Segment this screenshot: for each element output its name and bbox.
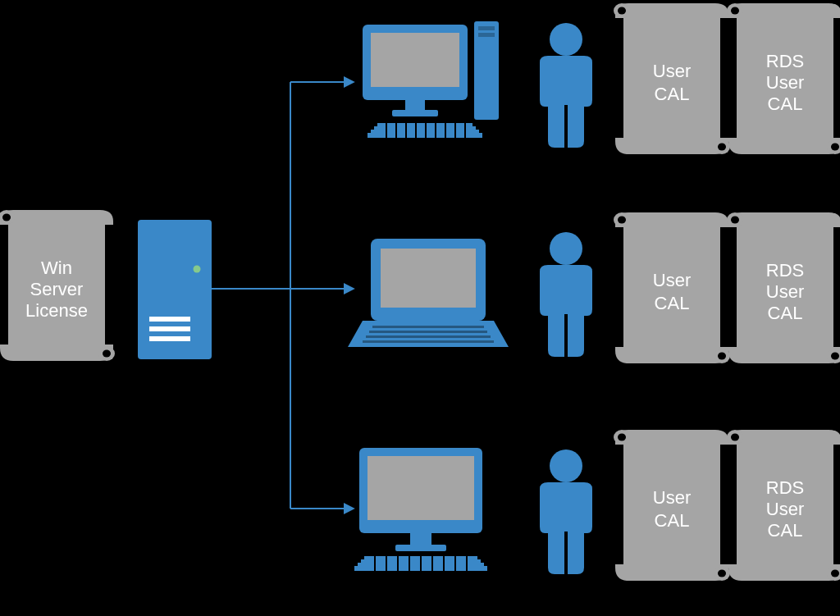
person-icon (540, 23, 592, 148)
rds-cal-line1: RDS (766, 51, 804, 71)
rds-cal-line1: RDS (766, 477, 804, 498)
rds-user-cal-scroll: RDSUserCAL (727, 3, 840, 154)
rds-user-cal-scroll: RDSUserCAL (727, 212, 840, 363)
server-license-scroll: Win Server License (0, 210, 115, 361)
user-cal-line1: User (653, 487, 691, 508)
desktop-icon (363, 21, 499, 138)
user-cal-scroll: UserCAL (614, 430, 730, 581)
user-cal-scroll: UserCAL (614, 3, 730, 154)
user-cal-line2: CAL (655, 510, 690, 531)
server-icon (138, 220, 212, 359)
rds-cal-line2: User (766, 72, 804, 93)
user-cal-line2: CAL (655, 293, 690, 313)
rds-cal-line2: User (766, 281, 804, 302)
rds-cal-line3: CAL (768, 94, 803, 114)
server-license-line1: Win (41, 258, 72, 278)
person-icon (540, 232, 592, 357)
user-cal-line1: User (653, 61, 691, 81)
server-license-line2: Server (30, 279, 84, 299)
server-license-line3: License (25, 300, 88, 321)
user-cal-line2: CAL (655, 84, 690, 104)
client-row-0: UserCALRDSUserCAL (363, 3, 840, 154)
monitor-icon (354, 448, 487, 571)
rds-cal-line2: User (766, 499, 804, 519)
person-icon (540, 449, 592, 574)
user-cal-scroll: UserCAL (614, 212, 730, 363)
rds-cal-line1: RDS (766, 260, 804, 281)
connectors (212, 82, 353, 509)
laptop-icon (348, 239, 509, 347)
client-row-2: UserCALRDSUserCAL (354, 430, 840, 581)
rds-user-cal-scroll: RDSUserCAL (727, 430, 840, 581)
licensing-diagram: Win Server License UserCALRDSUserCALUser… (0, 0, 840, 616)
user-cal-line1: User (653, 270, 691, 290)
client-row-1: UserCALRDSUserCAL (348, 212, 840, 363)
rds-cal-line3: CAL (768, 303, 803, 323)
rds-cal-line3: CAL (768, 520, 803, 541)
